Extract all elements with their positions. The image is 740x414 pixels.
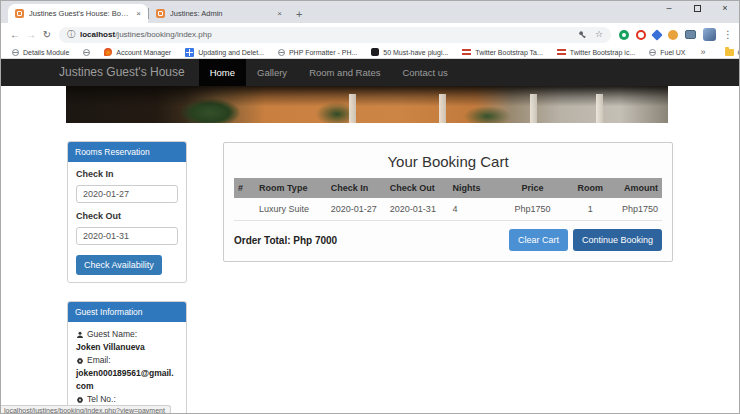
nav-item-home[interactable]: Home xyxy=(199,59,246,86)
bookmark-label: Twitter Bootstrap ic... xyxy=(570,49,635,56)
extension-diamond-icon[interactable] xyxy=(651,29,662,40)
red-stripes-icon xyxy=(557,49,566,56)
grid-icon xyxy=(185,48,194,57)
col-index: # xyxy=(234,178,255,198)
close-icon[interactable]: × xyxy=(711,1,739,15)
rooms-reservation-panel: Rooms Reservation Check In Check Out Che… xyxy=(67,141,187,283)
url-path: /justines/booking/index.php xyxy=(115,30,212,39)
cart-header-row: # Room Type Check In Check Out Nights Pr… xyxy=(234,178,662,198)
tab-title: Justines: Admin xyxy=(170,9,272,18)
url-host: localhost xyxy=(80,30,115,39)
back-icon[interactable]: ← xyxy=(7,29,23,40)
profile-avatar[interactable] xyxy=(703,28,716,41)
tab-close-icon[interactable]: × xyxy=(277,10,282,18)
checkout-label: Check Out xyxy=(76,211,178,221)
person-icon xyxy=(76,331,84,339)
folder-icon xyxy=(725,49,734,56)
gear-icon xyxy=(76,396,84,404)
bookmark-label: Details Module xyxy=(23,49,69,56)
cell-amount: Php1750 xyxy=(618,198,662,221)
globe-icon xyxy=(278,49,285,56)
booking-cart-panel: Your Booking Cart # Room Type Check In C… xyxy=(223,142,673,262)
guest-information-panel: Guest Information Guest Name: Joken Vill… xyxy=(67,301,187,414)
status-bar-url: localhost/justines/booking/index.php?vie… xyxy=(1,405,171,414)
bookmark-item[interactable]: 50 Must-have plugi... xyxy=(366,48,453,56)
nav-item-contact[interactable]: Contact us xyxy=(391,59,458,86)
url-text: localhost/justines/booking/index.php xyxy=(80,30,212,39)
bookmark-item[interactable]: Fuel UX xyxy=(644,49,690,56)
cell-nights: 4 xyxy=(449,198,503,221)
guest-name-label: Guest Name: xyxy=(87,328,137,341)
browser-window: Justines Guest's House: Booking × Justin… xyxy=(0,0,740,414)
col-amount: Amount xyxy=(618,178,662,198)
address-bar[interactable]: ⓘ localhost/justines/booking/index.php ☆ xyxy=(59,27,611,43)
site-favicon-icon xyxy=(156,9,165,18)
other-bookmarks-button[interactable]: Other bookmarks xyxy=(720,49,740,56)
check-availability-button[interactable]: Check Availability xyxy=(76,255,162,275)
key-icon[interactable] xyxy=(578,30,588,40)
continue-booking-button[interactable]: Continue Booking xyxy=(573,229,662,251)
bookmark-item[interactable]: Details Module xyxy=(7,49,74,56)
order-total: Order Total: Php 7000 xyxy=(234,235,337,246)
clear-cart-button[interactable]: Clear Cart xyxy=(509,229,568,251)
tab-admin[interactable]: Justines: Admin × xyxy=(149,4,289,23)
cell-index xyxy=(234,198,255,221)
globe-icon xyxy=(83,49,90,56)
bookmark-label: Twitter Bootstrap Ta... xyxy=(475,49,543,56)
forward-icon[interactable]: → xyxy=(23,29,39,40)
bookmark-item[interactable]: Account Manager xyxy=(99,48,176,56)
bookmark-label: Fuel UX xyxy=(660,49,685,56)
window-controls: – × xyxy=(655,1,739,15)
dark-square-icon xyxy=(371,48,379,56)
reload-icon[interactable]: ↻ xyxy=(39,29,55,40)
panel-title: Rooms Reservation xyxy=(68,142,186,162)
bookmark-item[interactable]: Twitter Bootstrap Ta... xyxy=(457,49,548,56)
cell-check-out: 2020-01-31 xyxy=(386,198,449,221)
col-room: Room xyxy=(563,178,618,198)
extension-opera-icon[interactable] xyxy=(636,30,646,40)
bookmark-item[interactable]: Updating and Delet... xyxy=(180,48,269,57)
nav-item-rooms[interactable]: Room and Rates xyxy=(298,59,391,86)
bookmark-item[interactable]: Twitter Bootstrap ic... xyxy=(552,49,640,56)
panel-title: Guest Information xyxy=(68,302,186,322)
extension-yellow-icon[interactable] xyxy=(668,30,678,40)
minimize-icon[interactable]: – xyxy=(655,1,683,15)
col-check-in: Check In xyxy=(327,178,386,198)
col-nights: Nights xyxy=(449,178,503,198)
new-tab-icon[interactable]: + xyxy=(296,9,302,20)
extensions-area: ⋮ xyxy=(619,28,733,41)
guest-email-value: joken000189561@gmail.com xyxy=(76,367,178,393)
browser-toolbar: ← → ↻ ⓘ localhost/justines/booking/index… xyxy=(1,23,739,46)
chrome-menu-icon[interactable]: ⋮ xyxy=(723,30,733,40)
bookmark-item[interactable]: PHP Formatter - PH... xyxy=(273,49,362,56)
extension-green-icon[interactable] xyxy=(619,30,629,40)
bookmarks-bar: Details Module Account Manager Updating … xyxy=(1,46,739,59)
site-favicon-icon xyxy=(15,9,24,18)
page-content: Justines Guest's House Home Gallery Room… xyxy=(1,59,739,414)
tab-booking[interactable]: Justines Guest's House: Booking × xyxy=(8,4,148,23)
tab-strip: Justines Guest's House: Booking × Justin… xyxy=(1,1,739,23)
hero-pillar xyxy=(596,94,603,123)
bookmark-star-icon[interactable]: ☆ xyxy=(595,30,603,39)
guest-name-value: Joken Villanueva xyxy=(76,341,178,354)
cell-price: Php1750 xyxy=(502,198,562,221)
extension-card-icon[interactable] xyxy=(685,30,696,39)
tab-close-icon[interactable]: × xyxy=(136,10,141,18)
hero-image xyxy=(66,86,668,123)
cart-row: Luxury Suite 2020-01-27 2020-01-31 4 Php… xyxy=(234,198,662,221)
cell-check-in: 2020-01-27 xyxy=(327,198,386,221)
maximize-icon[interactable] xyxy=(683,1,711,15)
hero-pillar xyxy=(349,94,356,123)
tab-title: Justines Guest's House: Booking xyxy=(29,9,131,18)
bookmark-item[interactable] xyxy=(78,49,95,56)
checkin-input[interactable] xyxy=(76,185,178,203)
red-stripes-icon xyxy=(462,49,471,56)
page-info-icon[interactable]: ⓘ xyxy=(67,29,75,40)
bookmark-label: Account Manager xyxy=(116,49,171,56)
checkout-input[interactable] xyxy=(76,227,178,245)
bookmark-label: PHP Formatter - PH... xyxy=(289,49,357,56)
bookmarks-overflow-icon[interactable]: » xyxy=(701,47,706,57)
guest-email-label: Email: xyxy=(87,354,111,367)
col-room-type: Room Type xyxy=(255,178,327,198)
nav-item-gallery[interactable]: Gallery xyxy=(246,59,298,86)
